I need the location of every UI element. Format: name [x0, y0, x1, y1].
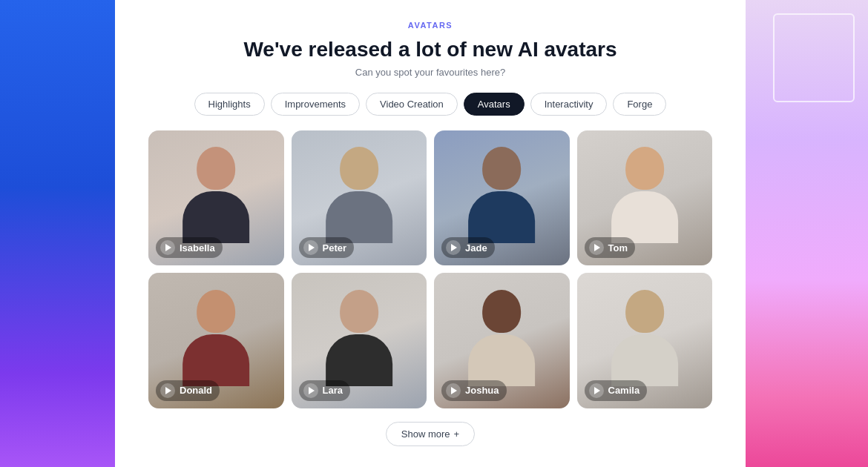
tab-highlights[interactable]: Highlights — [194, 93, 265, 116]
avatar-label-peter: Peter — [299, 237, 355, 258]
play-icon-jade — [446, 240, 461, 255]
right-sidebar — [746, 0, 868, 467]
tab-avatars[interactable]: Avatars — [464, 93, 525, 116]
play-icon-tom — [589, 240, 604, 255]
avatar-card-lara[interactable]: Lara — [292, 273, 427, 408]
main-content: AVATARS We've released a lot of new AI a… — [115, 0, 746, 467]
avatar-label-joshua: Joshua — [441, 380, 507, 401]
subtitle: Can you spot your favourites here? — [355, 67, 505, 78]
avatar-card-donald[interactable]: Donald — [148, 273, 284, 408]
avatar-card-joshua[interactable]: Joshua — [434, 273, 570, 408]
tab-improvements[interactable]: Improvements — [271, 93, 360, 116]
show-more-label: Show more — [401, 428, 450, 440]
show-more-icon: + — [454, 428, 460, 440]
avatar-card-tom[interactable]: Tom — [577, 130, 713, 266]
avatar-label-camila: Camila — [585, 380, 648, 401]
avatar-card-camila[interactable]: Camila — [577, 273, 713, 408]
play-icon-joshua — [446, 383, 461, 398]
avatar-card-jade[interactable]: Jade — [434, 130, 570, 266]
avatar-card-peter[interactable]: Peter — [292, 130, 427, 266]
avatar-label-isabella: Isabella — [156, 237, 223, 258]
avatar-label-jade: Jade — [441, 237, 495, 258]
play-icon-lara — [303, 383, 318, 398]
show-more-button[interactable]: Show more + — [386, 422, 475, 446]
right-sidebar-box — [773, 13, 855, 102]
section-label: AVATARS — [408, 21, 453, 30]
play-icon-donald — [160, 383, 175, 398]
tab-forge[interactable]: Forge — [613, 93, 666, 116]
play-icon-peter — [303, 240, 318, 255]
left-sidebar — [0, 0, 115, 467]
tab-video-creation[interactable]: Video Creation — [366, 93, 458, 116]
tab-bar: Highlights Improvements Video Creation A… — [194, 93, 667, 116]
play-icon-isabella — [160, 240, 175, 255]
avatar-label-lara: Lara — [299, 380, 350, 401]
play-icon-camila — [589, 383, 604, 398]
avatar-label-donald: Donald — [156, 380, 220, 401]
main-title: We've released a lot of new AI avatars — [243, 37, 617, 62]
avatar-grid: Isabella Peter — [148, 130, 712, 408]
avatar-card-isabella[interactable]: Isabella — [148, 130, 284, 266]
avatar-label-tom: Tom — [585, 237, 635, 258]
tab-interactivity[interactable]: Interactivity — [530, 93, 608, 116]
